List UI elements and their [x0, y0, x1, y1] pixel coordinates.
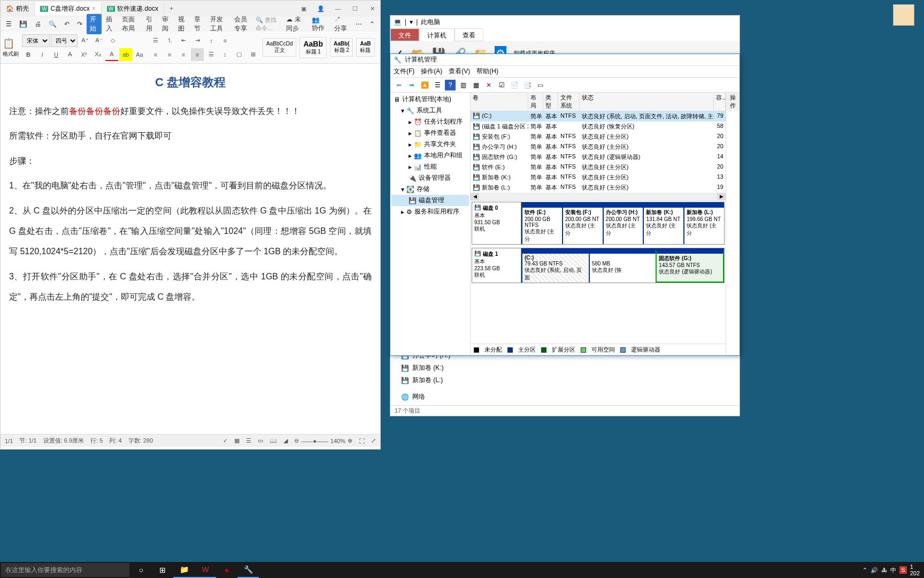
sidebar-item-k[interactable]: 💾新加卷 (K:): [401, 362, 729, 374]
volume-row[interactable]: 💾 (C:)简单基本NTFS状态良好 (系统, 启动, 页面文件, 活动, 故障…: [471, 111, 726, 121]
style-normal[interactable]: AaBbCcDd正文: [263, 38, 296, 57]
taskview-icon[interactable]: ⊞: [152, 562, 173, 578]
col-type[interactable]: 类型: [543, 93, 558, 111]
menu-help[interactable]: 帮助(H): [476, 67, 498, 76]
help2-icon[interactable]: ?: [445, 80, 456, 90]
view-read-icon[interactable]: 📖: [270, 437, 277, 444]
sub-button[interactable]: X₂: [91, 48, 104, 61]
up-icon[interactable]: 🔼: [419, 80, 430, 90]
record-task-icon[interactable]: ●: [216, 562, 237, 578]
zoom-slider[interactable]: ——●——: [301, 438, 328, 444]
view-web-icon[interactable]: ▭: [258, 437, 263, 444]
outdent-button[interactable]: ⇤: [177, 34, 190, 47]
col-name[interactable]: 卷: [471, 93, 528, 111]
view-print-icon[interactable]: ▦: [234, 437, 240, 444]
tree-scheduler[interactable]: ▸⏰任务计划程序: [391, 116, 469, 127]
delete-icon[interactable]: ✕: [483, 80, 494, 90]
style-h2[interactable]: AaBb(标题 2: [330, 38, 353, 57]
words-status[interactable]: 字数: 280: [128, 437, 153, 445]
tray-expand-icon[interactable]: ⌃: [863, 567, 867, 574]
disk-partition[interactable]: 软件 (E:)200.00 GB NTFS状态良好 (主分: [521, 202, 562, 244]
new-tab-button[interactable]: +: [164, 3, 179, 14]
tab-layout[interactable]: 页面布局: [119, 14, 142, 34]
scroll-left-icon[interactable]: ◀: [471, 193, 479, 200]
col-cap[interactable]: 容…: [714, 93, 726, 111]
action3-icon[interactable]: ▭: [535, 80, 545, 90]
page-status[interactable]: 1/1: [5, 438, 13, 444]
user-icon[interactable]: 👤: [313, 2, 329, 15]
forward-icon[interactable]: ➡: [406, 80, 417, 90]
menu-view[interactable]: 查看(V): [449, 67, 470, 76]
size-select[interactable]: 四号: [51, 34, 78, 47]
wps-tab-doc2[interactable]: W软件速递.docx: [102, 2, 164, 16]
tab-insert[interactable]: 插入: [103, 14, 118, 34]
disk-partition[interactable]: 安装包 (F:)200.00 GB NT状态良好 (主分: [562, 202, 603, 244]
tab-file[interactable]: 文件: [390, 28, 419, 41]
disk-partition[interactable]: 固态软件 (G:)143.57 GB NTFS状态良好 (逻辑驱动器): [656, 248, 724, 283]
highlight-button[interactable]: ab: [119, 48, 132, 61]
sync-button[interactable]: ☁ 未同步: [283, 14, 307, 34]
tab-member[interactable]: 会员专享: [231, 14, 255, 34]
tree-perf[interactable]: ▸📊性能: [391, 161, 469, 172]
zoom-out-button[interactable]: ⊖: [294, 437, 299, 444]
disk-partition[interactable]: 580 MB状态良好 (恢: [589, 248, 656, 283]
shading-button[interactable]: ▢: [233, 48, 245, 61]
borders-button[interactable]: ⊞: [247, 48, 259, 61]
menu-action[interactable]: 操作(A): [421, 67, 442, 76]
clear-format-icon[interactable]: ◇: [106, 34, 119, 47]
menu-file[interactable]: 文件(F): [394, 67, 414, 76]
decrease-font-icon[interactable]: A⁻: [93, 34, 105, 47]
view3-icon[interactable]: ▥: [458, 80, 468, 90]
volume-row[interactable]: 💾 新加卷 (L:)简单基本NTFS状态良好 (主分区)19: [471, 182, 726, 193]
zoom-in-button[interactable]: ⊕: [348, 437, 352, 444]
line-spacing-button[interactable]: ≡: [219, 34, 232, 47]
collapse-icon[interactable]: ⌃: [366, 19, 378, 29]
command-search[interactable]: 🔍 查找命令…: [256, 16, 281, 32]
view2-icon[interactable]: ☰: [432, 80, 443, 90]
align-center-button[interactable]: ≡: [163, 48, 176, 61]
case-button[interactable]: Aa: [133, 48, 146, 61]
view4-icon[interactable]: ▦: [471, 80, 481, 90]
wps-tab-doc1[interactable]: WC盘增容.docx×: [35, 2, 102, 16]
view-outline-icon[interactable]: ☰: [246, 437, 251, 444]
font-color-button[interactable]: A: [105, 48, 118, 61]
tab-view[interactable]: 视图: [175, 14, 190, 34]
fit-icon[interactable]: ⛶: [359, 438, 365, 444]
numbering-button[interactable]: ⒈: [163, 34, 176, 47]
tab-start[interactable]: 开始: [87, 14, 102, 34]
bullets-button[interactable]: ☰: [149, 34, 162, 47]
taskbar-search[interactable]: 在这里输入你要搜索的内容: [1, 563, 129, 577]
preview-icon[interactable]: 🔍: [45, 19, 60, 29]
spell-icon[interactable]: ✓: [223, 437, 228, 444]
ime-icon[interactable]: 中: [890, 566, 896, 574]
wps-task-icon[interactable]: W: [195, 562, 216, 578]
volume-row[interactable]: 💾 (磁盘 1 磁盘分区 2)简单基本状态良好 (恢复分区)58: [471, 121, 726, 132]
share-button[interactable]: ↗ 分享: [331, 14, 351, 34]
col-layout[interactable]: 布局: [528, 93, 543, 111]
horizontal-scrollbar[interactable]: ◀ ▶: [471, 193, 726, 200]
tab-view[interactable]: 查看: [455, 28, 483, 41]
sidebar-item-network[interactable]: 🌐网络: [401, 391, 729, 403]
distribute-button[interactable]: ☰: [205, 48, 218, 61]
cortana-icon[interactable]: ○: [130, 562, 152, 578]
increase-font-icon[interactable]: A⁺: [79, 34, 91, 47]
disk-partition[interactable]: 办公学习 (H:)200.00 GB NT状态良好 (主分: [603, 202, 643, 244]
indent-button[interactable]: ⇥: [191, 34, 204, 47]
format-brush[interactable]: 格式刷: [3, 50, 19, 58]
tab-ref[interactable]: 引用: [143, 14, 158, 34]
volume-row[interactable]: 💾 办公学习 (H:)简单基本NTFS状态良好 (主分区)20: [471, 142, 726, 152]
col-fs[interactable]: 文件系统: [558, 93, 580, 111]
print-icon[interactable]: 🖨: [32, 19, 44, 29]
disk-partition[interactable]: 新加卷 (K:)131.84 GB NT状态良好 (主分: [643, 202, 683, 244]
style-h3[interactable]: AaB标题: [356, 38, 374, 57]
strike-button[interactable]: A̵: [64, 48, 76, 61]
prop-icon[interactable]: ☑: [496, 80, 507, 90]
font-select[interactable]: 宋体: [22, 34, 50, 47]
sort-button[interactable]: ↕: [205, 34, 218, 47]
maximize-button[interactable]: ☐: [347, 2, 363, 15]
volume-row[interactable]: 💾 软件 (E:)简单基本NTFS状态良好 (主分区)20: [471, 162, 726, 172]
network-tray-icon[interactable]: 🖧: [881, 567, 887, 573]
tree-events[interactable]: ▸📋事件查看器: [391, 127, 469, 139]
disk-1-info[interactable]: 💾磁盘 1 基本 223.58 GB 联机: [472, 248, 521, 283]
save-icon[interactable]: 💾: [16, 19, 30, 29]
